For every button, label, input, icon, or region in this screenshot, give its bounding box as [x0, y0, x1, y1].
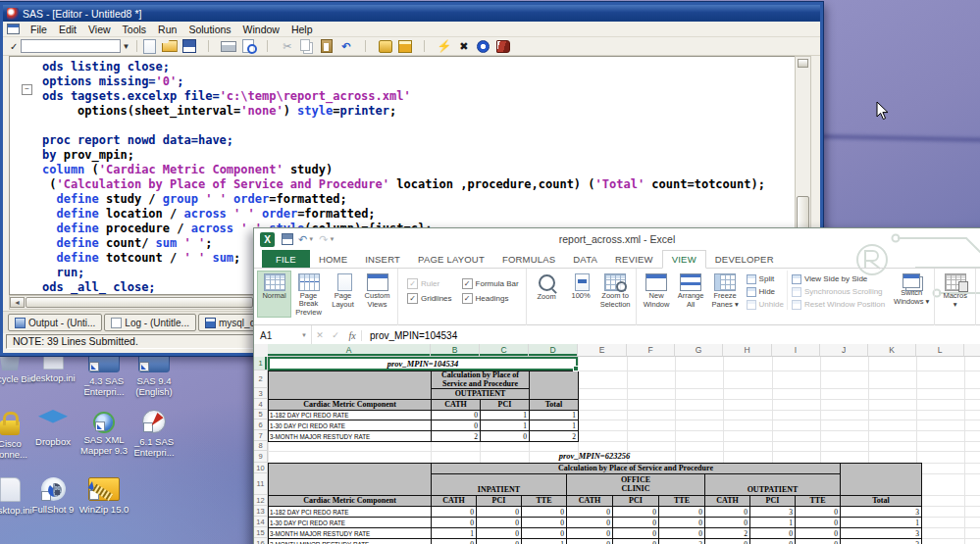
- sheet-cell[interactable]: TTE: [796, 496, 841, 507]
- select-all-corner[interactable]: [254, 344, 269, 358]
- toolbar-separator[interactable]: [415, 38, 434, 54]
- sheet-cell[interactable]: [269, 371, 432, 400]
- sheet-cell[interactable]: 1: [481, 420, 530, 431]
- sheet-cell[interactable]: PCI: [477, 496, 522, 507]
- ribbon-tab[interactable]: HOME: [310, 250, 356, 268]
- sheet-cell[interactable]: 0: [432, 518, 477, 528]
- sheet-cell[interactable]: 1: [522, 539, 567, 544]
- cut-icon[interactable]: ✂: [278, 38, 296, 54]
- sheet-cell[interactable]: [269, 464, 432, 496]
- sheet-cell[interactable]: 0: [567, 507, 613, 518]
- ribbon-button[interactable]: Arrange All: [674, 271, 708, 318]
- sheet-cell[interactable]: 0: [796, 528, 841, 539]
- clear-all-icon[interactable]: ✖: [454, 38, 473, 54]
- column-header[interactable]: C: [480, 344, 529, 357]
- sheet-cell[interactable]: 0: [613, 518, 659, 528]
- sheet-cell[interactable]: 0: [705, 507, 750, 518]
- sheet-cell[interactable]: 0: [477, 518, 522, 528]
- sheet-cell[interactable]: 0: [750, 528, 796, 539]
- help-icon[interactable]: [493, 38, 512, 54]
- sheet-cell[interactable]: 1-182 DAY PCI REDO RATE: [269, 411, 432, 420]
- sas-explorer-icon[interactable]: [395, 38, 414, 54]
- sheet-cell[interactable]: 0: [613, 539, 659, 544]
- macros-button[interactable]: Macros ▾: [938, 271, 972, 318]
- sheet-cell[interactable]: OFFICE CLINIC: [567, 474, 705, 496]
- sheet-cell[interactable]: Calculation by Place of Service and Proc…: [432, 464, 841, 474]
- ribbon-button[interactable]: Custom Views: [360, 271, 394, 318]
- paste-icon[interactable]: [317, 38, 335, 54]
- break-icon[interactable]: [474, 38, 492, 54]
- command-dropdown-icon[interactable]: ▼: [122, 42, 129, 51]
- ribbon-tab[interactable]: INSERT: [356, 250, 409, 268]
- undo-icon[interactable]: ↶: [336, 38, 355, 54]
- confirm-entry-icon[interactable]: ✓: [328, 330, 343, 340]
- sheet-cell[interactable]: 3: [750, 507, 796, 518]
- sheet-grid[interactable]: prov_MPIN=104534 Calculation by Place of…: [254, 357, 980, 544]
- new-library-icon[interactable]: [376, 38, 394, 54]
- sheet-cell[interactable]: 0: [796, 507, 841, 518]
- sheet-cell[interactable]: 2: [705, 528, 750, 539]
- ribbon-small-button[interactable]: View Side by Side: [792, 273, 885, 284]
- menu-item[interactable]: Window: [237, 24, 285, 35]
- checkbox-icon[interactable]: ✓: [462, 278, 473, 289]
- ribbon-button[interactable]: Page Layout: [326, 271, 360, 318]
- sheet-cell[interactable]: 1: [530, 411, 579, 420]
- sheet-cell[interactable]: Total: [530, 400, 579, 411]
- sheet-cell[interactable]: PCI: [481, 400, 530, 411]
- scroll-left-icon[interactable]: ◄: [10, 297, 25, 308]
- show-checkbox-item[interactable]: ✓ Gridlines: [407, 293, 452, 304]
- sheet-cell[interactable]: CATH: [432, 400, 481, 411]
- sheet-cell[interactable]: 1-182 DAY PCI REDO RATE: [269, 507, 432, 518]
- sheet-cell[interactable]: CATH: [567, 496, 613, 507]
- sheet-cell[interactable]: 1: [841, 518, 922, 528]
- ribbon-button[interactable]: Page Break Preview: [291, 271, 326, 318]
- name-box[interactable]: A1 ▼: [254, 325, 312, 345]
- sheet-cell[interactable]: 0: [567, 518, 613, 528]
- sheet-cell[interactable]: 0: [659, 518, 705, 528]
- sheet-cell[interactable]: PCI: [750, 496, 796, 507]
- sheet-cell[interactable]: 3-MONTH MINOR RESTUDY RATE: [269, 539, 432, 544]
- window-tab[interactable]: Log - (Untitle...: [104, 314, 196, 331]
- ribbon-tab[interactable]: DATA: [564, 250, 606, 268]
- ribbon-button[interactable]: Normal: [257, 271, 291, 318]
- print-icon[interactable]: [219, 38, 237, 54]
- ribbon-tab[interactable]: DEVELOPER: [706, 250, 783, 268]
- sheet-cell[interactable]: 0: [796, 518, 841, 528]
- column-header[interactable]: J: [820, 344, 868, 357]
- sheet-cell[interactable]: 2: [432, 431, 481, 442]
- ribbon-button[interactable]: 100%: [564, 271, 598, 318]
- column-header[interactable]: M: [964, 344, 980, 357]
- sheet-cell[interactable]: 0: [613, 528, 659, 539]
- ribbon-tab[interactable]: FILE: [262, 250, 310, 268]
- sheet-cell[interactable]: Cardiac Metric Component: [269, 400, 432, 411]
- sheet-cell[interactable]: 0: [477, 507, 522, 518]
- menu-item[interactable]: View: [82, 24, 117, 35]
- sheet-cell[interactable]: 0: [432, 507, 477, 518]
- ribbon-tab[interactable]: FORMULAS: [493, 250, 564, 268]
- column-header[interactable]: F: [627, 344, 675, 357]
- sheet-cell[interactable]: 2: [659, 539, 705, 544]
- ribbon-tab[interactable]: REVIEW: [606, 250, 662, 268]
- checkbox-icon[interactable]: ✓: [407, 278, 418, 289]
- ribbon-small-button[interactable]: Synchronous Scrolling: [792, 286, 885, 297]
- sheet-cell[interactable]: 0: [522, 528, 567, 539]
- ribbon-small-button[interactable]: Reset Window Position: [792, 299, 885, 310]
- mdi-document-icon[interactable]: [7, 24, 20, 34]
- column-header[interactable]: B: [431, 344, 480, 357]
- sheet-cell[interactable]: 1: [530, 420, 579, 431]
- menu-item[interactable]: Edit: [53, 24, 82, 35]
- switch-windows-button[interactable]: Switch Windows ▾: [892, 271, 931, 318]
- command-bar-input[interactable]: [21, 39, 121, 53]
- sheet-cell[interactable]: Calculation by Place of Service and Proc…: [432, 371, 530, 389]
- ribbon-small-button[interactable]: Split: [747, 273, 784, 284]
- sheet-cell[interactable]: 0: [522, 518, 567, 528]
- sheet-cell[interactable]: 3: [841, 539, 922, 544]
- toolbar-separator[interactable]: [258, 38, 277, 54]
- sheet-cell[interactable]: [530, 371, 579, 400]
- sheet-cell[interactable]: Total: [841, 496, 922, 507]
- sheet-cell[interactable]: 3-MONTH MAJOR RESTUDY RATE: [269, 528, 432, 539]
- sheet-cell[interactable]: TTE: [522, 496, 567, 507]
- ribbon-tab[interactable]: VIEW: [662, 250, 706, 269]
- insert-function-icon[interactable]: fx: [343, 330, 362, 341]
- desktop-icon[interactable]: WinZip 15.0: [73, 477, 135, 515]
